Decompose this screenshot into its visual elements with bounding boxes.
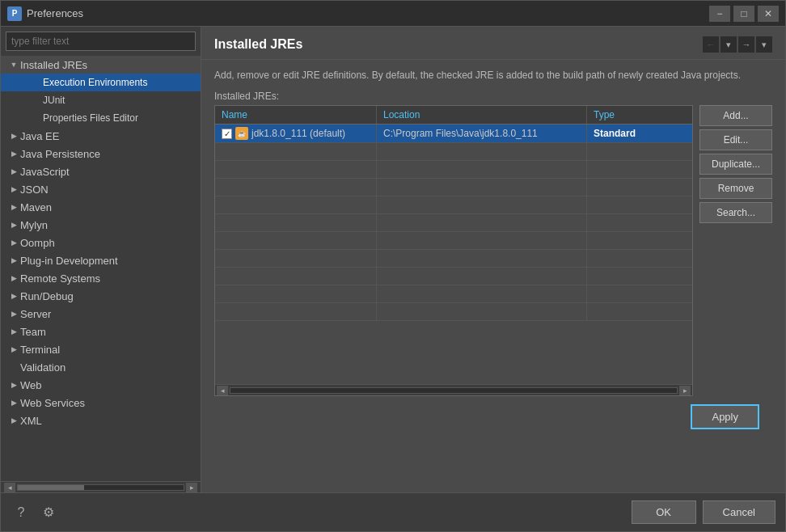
ok-button[interactable]: OK — [632, 500, 696, 524]
sidebar-item-label: JSON — [20, 184, 197, 196]
expand-icon: ▶ — [7, 147, 20, 160]
jre-table-header: Name Location Type — [215, 106, 692, 125]
table-row — [215, 196, 692, 214]
hscroll-track[interactable] — [230, 387, 678, 394]
expand-icon: ▶ — [7, 201, 20, 213]
scroll-left-button[interactable]: ◂ — [4, 483, 15, 492]
sidebar-item-label: Web — [20, 379, 197, 391]
sidebar-item-web[interactable]: ▶ Web — [1, 376, 201, 394]
sidebar-item-label: Validation — [20, 361, 197, 374]
add-button[interactable]: Add... — [699, 105, 772, 126]
sidebar-item-javascript[interactable]: ▶ JavaScript — [1, 163, 201, 180]
sidebar-item-execution-environments[interactable]: Execution Environments — [1, 74, 201, 91]
col-header-type: Type — [587, 106, 668, 124]
sidebar-item-team[interactable]: ▶ Team — [1, 323, 201, 340]
sidebar-tree: ▼ Installed JREs Execution Environments … — [1, 56, 201, 481]
sidebar-item-label: JUnit — [43, 95, 197, 106]
col-header-location: Location — [377, 106, 587, 124]
sidebar-item-label: Maven — [20, 201, 197, 213]
sidebar-item-xml[interactable]: ▶ XML — [1, 412, 201, 429]
sidebar-item-plug-in-development[interactable]: ▶ Plug-in Development — [1, 251, 201, 269]
table-row — [215, 143, 692, 161]
panel-body: Installed JREs: Name Location Type — [201, 91, 785, 492]
spacer-icon — [30, 76, 43, 89]
app-icon: P — [7, 6, 22, 21]
expand-icon: ▶ — [7, 254, 20, 267]
sidebar-item-label: Java Persistence — [20, 148, 197, 160]
cancel-button[interactable]: Cancel — [703, 500, 775, 524]
sidebar-item-properties-files-editor[interactable]: Properties Files Editor — [1, 109, 201, 127]
expand-icon: ▶ — [7, 218, 20, 231]
duplicate-button[interactable]: Duplicate... — [699, 154, 772, 175]
hscroll-right-button[interactable]: ▸ — [679, 386, 691, 395]
panel-description: Add, remove or edit JRE definitions. By … — [201, 60, 785, 91]
jre-checkbox[interactable]: ✓ — [222, 129, 232, 139]
dialog-action-buttons: OK Cancel — [632, 500, 775, 524]
panel-header: Installed JREs ← ▾ → ▾ — [201, 27, 785, 60]
sidebar-item-junit[interactable]: JUnit — [1, 91, 201, 109]
apply-button[interactable]: Apply — [691, 404, 759, 429]
search-button[interactable]: Search... — [699, 202, 772, 223]
help-button[interactable]: ? — [11, 502, 32, 523]
back-button[interactable]: ← — [703, 36, 719, 53]
close-button[interactable]: ✕ — [758, 6, 779, 22]
apply-bar: Apply — [214, 396, 772, 437]
sidebar: ▼ Installed JREs Execution Environments … — [1, 27, 201, 492]
expand-icon: ▶ — [7, 325, 20, 338]
dialog-icon-area: ? ⚙ — [11, 502, 632, 523]
section-label: Installed JREs: — [214, 91, 772, 102]
back-dropdown-button[interactable]: ▾ — [720, 36, 737, 53]
sidebar-item-installed-jres[interactable]: ▼ Installed JREs — [1, 56, 201, 74]
sidebar-item-remote-systems[interactable]: ▶ Remote Systems — [1, 269, 201, 287]
hscroll-left-button[interactable]: ◂ — [217, 386, 228, 395]
filter-input[interactable] — [6, 32, 196, 51]
minimize-button[interactable]: − — [709, 6, 730, 22]
sidebar-item-oomph[interactable]: ▶ Oomph — [1, 234, 201, 251]
sidebar-item-label: Mylyn — [20, 219, 197, 231]
remove-button[interactable]: Remove — [699, 178, 772, 199]
sidebar-item-server[interactable]: ▶ Server — [1, 305, 201, 323]
maximize-button[interactable]: □ — [733, 6, 754, 22]
expand-icon: ▶ — [7, 414, 20, 427]
sidebar-item-validation[interactable]: ▶ Validation — [1, 358, 201, 376]
table-row — [215, 214, 692, 232]
sidebar-item-terminal[interactable]: ▶ Terminal — [1, 340, 201, 358]
sidebar-item-run-debug[interactable]: ▶ Run/Debug — [1, 287, 201, 305]
sidebar-item-web-services[interactable]: ▶ Web Services — [1, 394, 201, 412]
spacer-icon — [30, 112, 43, 125]
jre-name-cell: ✓ ☕ jdk1.8.0_111 (default) — [215, 125, 377, 142]
sidebar-item-label: Web Services — [20, 397, 197, 409]
sidebar-item-label: Java EE — [20, 130, 197, 142]
nav-arrows: ← ▾ → ▾ — [703, 36, 772, 53]
sidebar-item-java-persistence[interactable]: ▶ Java Persistence — [1, 145, 201, 163]
sidebar-item-label: JavaScript — [20, 166, 197, 178]
sidebar-item-maven[interactable]: ▶ Maven — [1, 198, 201, 216]
title-bar: P Preferences − □ ✕ — [1, 1, 785, 27]
expand-icon: ▶ — [7, 183, 20, 196]
table-area: Name Location Type ✓ ☕ jdk1.8.0_ — [214, 105, 772, 396]
forward-button[interactable]: → — [738, 36, 754, 53]
sidebar-item-json[interactable]: ▶ JSON — [1, 180, 201, 198]
expand-icon: ▶ — [7, 165, 20, 178]
expand-icon: ▶ — [7, 289, 20, 302]
settings-button[interactable]: ⚙ — [38, 502, 59, 523]
expand-icon: ▶ — [7, 236, 20, 249]
jre-action-buttons: Add... Edit... Duplicate... Remove Searc… — [699, 105, 772, 396]
edit-button[interactable]: Edit... — [699, 129, 772, 150]
jre-table-body: ✓ ☕ jdk1.8.0_111 (default) C:\Program Fi… — [215, 125, 692, 384]
table-row — [215, 179, 692, 196]
table-row — [215, 303, 692, 321]
expand-icon: ▶ — [7, 343, 20, 356]
expand-icon: ▶ — [7, 378, 20, 391]
sidebar-item-label: Run/Debug — [20, 290, 197, 302]
scroll-track[interactable] — [17, 484, 184, 491]
preferences-window: P Preferences − □ ✕ ▼ Installed JREs Exe… — [0, 0, 786, 532]
expand-icon: ▶ — [7, 396, 20, 409]
table-row[interactable]: ✓ ☕ jdk1.8.0_111 (default) C:\Program Fi… — [215, 125, 692, 143]
window-controls: − □ ✕ — [709, 6, 779, 22]
forward-dropdown-button[interactable]: ▾ — [756, 36, 772, 53]
sidebar-item-mylyn[interactable]: ▶ Mylyn — [1, 216, 201, 234]
sidebar-item-label: Oomph — [20, 237, 197, 249]
sidebar-item-java-ee[interactable]: ▶ Java EE — [1, 127, 201, 145]
scroll-right-button[interactable]: ▸ — [186, 483, 197, 492]
